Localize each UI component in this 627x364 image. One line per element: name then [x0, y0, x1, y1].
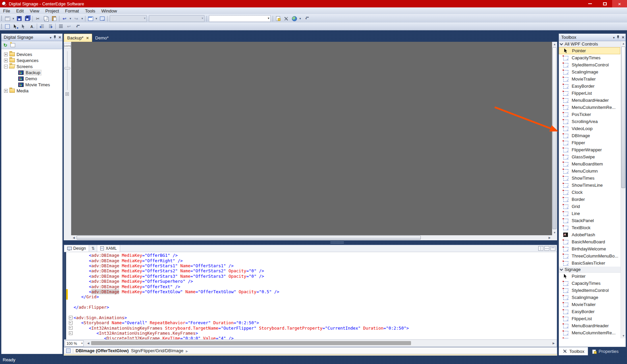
close-button[interactable]: × — [612, 0, 627, 7]
toolbar-button[interactable] — [209, 15, 271, 22]
toolbar-button[interactable] — [72, 15, 80, 22]
toolbar-grip[interactable] — [1, 16, 2, 21]
breadcrumb-path[interactable]: Sign/Flipper/Grid/DBImage — [131, 348, 183, 353]
design-canvas[interactable] — [71, 42, 552, 235]
toolbox-item[interactable]: TextBlock — [559, 224, 620, 231]
fold-icon[interactable] — [68, 258, 74, 263]
toolbox-item[interactable]: EasyBorder — [559, 308, 620, 315]
code-line[interactable]: <adv:DBImage MediaKey="OfferBG1" /> — [64, 253, 557, 258]
toolbox-item[interactable]: FlipperWrapper — [559, 146, 620, 153]
toolbox-item[interactable]: MenuColumnItemRe... — [559, 329, 620, 336]
code-line[interactable]: <adv:DBImage MediaKey="OfferRight" /> — [64, 258, 557, 263]
zoom-slider-track[interactable] — [67, 51, 67, 90]
fold-icon[interactable] — [68, 310, 74, 315]
toolbar-button[interactable] — [110, 15, 147, 22]
window-position-icon[interactable] — [613, 35, 615, 40]
toolbox-header[interactable]: Toolbox — [559, 34, 626, 41]
toolbox-item[interactable]: EasyBorder — [559, 83, 620, 90]
tree-item[interactable]: + Media — [1, 88, 62, 94]
expand-pane-icon[interactable] — [550, 246, 555, 251]
xaml-code-editor[interactable]: <adv:DBImage MediaKey="OfferBG1" /> <adv… — [64, 252, 557, 339]
tree-item[interactable]: Backup — [1, 69, 62, 75]
scroll-up-icon[interactable]: ▲ — [621, 41, 626, 46]
toolbox-item[interactable]: ThreeColumnMenuBo... — [559, 252, 620, 260]
toolbar-button[interactable] — [3, 23, 11, 30]
panel-tab[interactable]: Properties — [588, 347, 622, 356]
fold-icon[interactable] — [68, 289, 74, 294]
scrollbar-thumb[interactable] — [621, 47, 625, 188]
tab-xaml[interactable]: XAML — [97, 245, 120, 252]
fold-icon[interactable] — [68, 268, 74, 273]
code-line[interactable] — [64, 300, 557, 305]
toolbar-button[interactable] — [34, 15, 42, 22]
code-line[interactable]: <adv:Sign.Animations> — [64, 315, 557, 320]
toolbar-button[interactable] — [38, 23, 46, 30]
fold-icon[interactable] — [68, 263, 74, 268]
toolbar-button[interactable] — [60, 15, 69, 22]
close-icon[interactable] — [58, 35, 61, 40]
toolbox-item[interactable]: StackPanel — [559, 217, 620, 224]
toolbox-item[interactable]: ShowTimesLine — [559, 182, 620, 189]
tree-item[interactable]: Movie Times — [1, 82, 62, 88]
toolbox-item[interactable]: MenuBoardHeader — [559, 97, 620, 104]
toolbar-button[interactable] — [84, 15, 86, 22]
toolbar-button[interactable] — [36, 23, 38, 30]
toolbar-button[interactable] — [282, 15, 290, 22]
toolbox-item[interactable]: MenuBoardHeader — [559, 322, 620, 329]
new-item-icon[interactable] — [10, 43, 15, 47]
toolbox-item[interactable]: BasicSalesTicker — [559, 260, 620, 267]
code-line[interactable]: <adv:DBImage MediaKey="OfferText" /> — [64, 284, 557, 289]
zoom-slider-thumb[interactable] — [64, 67, 70, 69]
fold-icon[interactable] — [68, 331, 74, 336]
minimize-button[interactable] — [582, 0, 597, 7]
swap-panes-icon[interactable]: ⇅ — [89, 245, 97, 252]
menu-item[interactable]: File — [0, 8, 13, 14]
refresh-icon[interactable] — [3, 42, 7, 48]
toolbox-item[interactable]: ScalingImage — [559, 294, 620, 301]
code-line[interactable]: <adv:DBImage MediaKey="OfferTextGlow" Na… — [64, 289, 557, 294]
toolbar-button[interactable] — [206, 15, 208, 22]
breadcrumb-element[interactable]: DBImage (OfferTextGlow) — [76, 348, 129, 353]
tree-item[interactable]: − Screens — [1, 63, 62, 69]
toolbar-button[interactable] — [11, 23, 20, 30]
scroll-down-icon[interactable]: ▼ — [552, 230, 557, 235]
fold-icon[interactable] — [68, 284, 74, 289]
scrollbar-thumb[interactable] — [552, 47, 556, 229]
horizontal-split-icon[interactable] — [544, 246, 549, 251]
menu-item[interactable]: Tools — [82, 8, 98, 14]
menu-item[interactable]: Edit — [13, 8, 27, 14]
tree-expander-icon[interactable]: + — [4, 53, 8, 56]
code-line[interactable]: <Storyboard Name="Overall" RepeatBehavio… — [64, 320, 557, 325]
toolbar-button[interactable] — [31, 15, 34, 22]
design-horizontal-scrollbar[interactable]: ◀ ▶ — [71, 235, 552, 240]
splitter-grip[interactable] — [330, 242, 344, 243]
toolbar-button[interactable] — [149, 15, 205, 22]
fold-icon[interactable] — [68, 320, 74, 325]
code-line[interactable]: <Int32AnimationUsingKeyFrames.KeyFrames> — [64, 331, 557, 336]
toolbox-item[interactable]: BirthdayWelcome — [559, 245, 620, 252]
toolbox-item[interactable]: MovieTrailer — [559, 301, 620, 308]
toolbox-item[interactable]: Border — [559, 196, 620, 203]
toolbox-item[interactable]: MovieTrailer — [559, 75, 620, 83]
toolbox-item[interactable]: BasicMenuBoard — [559, 238, 620, 245]
code-line[interactable]: <adv:DBImage MediaKey="OfferSuperhero" /… — [64, 279, 557, 284]
toolbar-button[interactable] — [50, 15, 58, 22]
code-line[interactable]: <DiscreteInt32KeyFrame KeyTime="0:0:0" V… — [64, 336, 557, 339]
code-line[interactable]: </adv:Flipper> — [64, 305, 557, 310]
toolbar-button[interactable] — [11, 15, 15, 22]
tree-item[interactable]: Demo — [1, 75, 62, 82]
toolbar-button[interactable] — [65, 23, 73, 30]
close-tab-icon[interactable] — [86, 35, 89, 40]
tree-expander-icon[interactable]: − — [4, 65, 8, 68]
code-line[interactable]: <adv:DBImage MediaKey="OfferStars1" Name… — [64, 263, 557, 268]
toolbar-button[interactable] — [57, 23, 65, 30]
toolbox-item[interactable]: AdobeFlash — [559, 231, 620, 238]
toolbar-button[interactable] — [86, 15, 94, 22]
title-bar[interactable]: Digital Signage - CenterEdge Software × — [0, 0, 627, 7]
toolbox-item[interactable]: VideoLoop — [559, 125, 620, 132]
toolbox-group-header[interactable]: Signage — [559, 267, 626, 273]
toolbox-group-header[interactable]: All WPF Controls — [559, 41, 626, 47]
panel-tab[interactable]: Toolbox — [558, 347, 588, 356]
menu-item[interactable]: View — [27, 8, 42, 14]
toolbox-item[interactable]: FlipperList — [559, 315, 620, 322]
